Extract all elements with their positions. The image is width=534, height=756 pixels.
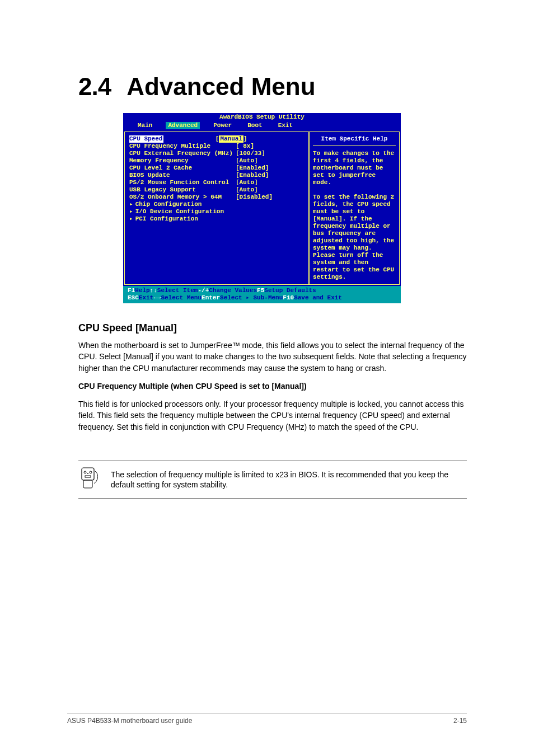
menu-power[interactable]: Power <box>211 122 234 129</box>
bios-footer: F1 Help ↑↓ Select Item -/+ Change Values… <box>123 286 401 303</box>
footer-value: Save and Exit <box>294 294 342 302</box>
setting-label: OS/2 Onboard Memory > 64M <box>129 194 236 201</box>
svg-point-5 <box>87 473 88 474</box>
menu-main[interactable]: Main <box>135 122 154 129</box>
footer-key: Enter <box>202 294 220 302</box>
bios-title: AwardBIOS Setup Utility <box>123 113 401 121</box>
section-cpu-speed: CPU Speed [Manual] When the motherboard … <box>78 322 467 433</box>
help-text: To make changes to the first 4 fields, t… <box>313 150 396 281</box>
setting-value: [Enabled] <box>236 165 269 172</box>
setting-value: [100/33] <box>236 150 265 157</box>
robot-icon <box>78 466 101 494</box>
setting-cpu-freq-multiple[interactable]: CPU Frequency Multiple[ 8x] <box>129 143 304 150</box>
footer-key: F10 <box>283 294 294 302</box>
heading: 2.4 Advanced Menu <box>78 73 467 101</box>
setting-value: [ 8x] <box>236 143 254 150</box>
section-body: When the motherboard is set to JumperFre… <box>78 340 467 433</box>
footer-value: Setup Defaults <box>264 287 316 294</box>
bios-body: CPU Speed [ Manual ] CPU Frequency Multi… <box>123 130 401 286</box>
setting-label: Memory Frequency <box>129 157 236 165</box>
setting-cpu-speed[interactable]: CPU Speed [ Manual ] <box>129 135 304 143</box>
svg-rect-3 <box>85 476 91 477</box>
footer-key: ←→ <box>153 294 161 302</box>
setting-cpu-l2-cache[interactable]: CPU Level 2 Cache[Enabled] <box>129 165 304 172</box>
footer-value: Exit <box>139 294 153 302</box>
setting-value: Manual <box>219 135 243 143</box>
setting-value: [Auto] <box>236 179 258 186</box>
svg-point-1 <box>84 471 86 473</box>
footer-key: F1 <box>128 287 135 294</box>
footer-key: ↑↓ <box>150 287 157 294</box>
setting-value: [Auto] <box>236 186 258 194</box>
footer-value: Help <box>135 287 149 294</box>
setting-usb-legacy[interactable]: USB Legacy Support[Auto] <box>129 186 304 194</box>
footer-key: ESC <box>128 294 139 302</box>
chevron-right-icon: ▸ <box>129 208 133 215</box>
footer-right: 2-15 <box>453 717 467 725</box>
setting-label: CPU Frequency Multiple <box>129 143 236 150</box>
setting-label: CPU Speed <box>129 135 163 143</box>
submenu-chip-config[interactable]: ▸Chip Configuration <box>129 201 304 208</box>
setting-label: CPU External Frequency (MHz) <box>129 150 236 157</box>
setting-label: CPU Level 2 Cache <box>129 165 236 172</box>
section-subtitle: CPU Frequency Multiple (when CPU Speed i… <box>78 381 467 392</box>
heading-number: 2.4 <box>78 73 111 101</box>
setting-value: [Enabled] <box>236 172 269 179</box>
setting-bios-update[interactable]: BIOS Update[Enabled] <box>129 172 304 179</box>
svg-point-2 <box>90 471 92 473</box>
section-paragraph: This field is for unlocked processors on… <box>78 398 467 433</box>
footer-value: Change Values <box>209 287 257 294</box>
bios-settings-panel: CPU Speed [ Manual ] CPU Frequency Multi… <box>124 132 309 285</box>
divider <box>78 498 467 499</box>
footer-key: F5 <box>257 287 264 294</box>
setting-memory-freq[interactable]: Memory Frequency[Auto] <box>129 157 304 165</box>
setting-label: USB Legacy Support <box>129 186 236 194</box>
divider <box>78 461 467 461</box>
svg-rect-4 <box>83 480 92 488</box>
note: The selection of frequency multiple is l… <box>78 466 467 494</box>
chevron-right-icon: ▸ <box>129 201 133 208</box>
setting-label: BIOS Update <box>129 172 236 179</box>
footer-value: Select Menu <box>161 294 202 302</box>
bios-menubar: Main Advanced Power Boot Exit <box>123 121 401 130</box>
setting-cpu-ext-freq[interactable]: CPU External Frequency (MHz)[100/33] <box>129 150 304 157</box>
bios-screenshot: AwardBIOS Setup Utility Main Advanced Po… <box>123 113 401 303</box>
help-title: Item Specific Help <box>313 135 396 145</box>
menu-advanced[interactable]: Advanced <box>166 122 200 129</box>
footer-value: Select Item <box>157 287 198 294</box>
bios-help-panel: Item Specific Help To make changes to th… <box>309 132 400 285</box>
setting-label: PS/2 Mouse Function Control <box>129 179 236 186</box>
menu-boot[interactable]: Boot <box>245 122 264 129</box>
setting-ps2-mouse[interactable]: PS/2 Mouse Function Control[Auto] <box>129 179 304 186</box>
setting-os2-memory[interactable]: OS/2 Onboard Memory > 64M[Disabled] <box>129 194 304 201</box>
submenu-io-config[interactable]: ▸I/O Device Configuration <box>129 208 304 215</box>
heading-title: Advanced Menu <box>127 73 315 101</box>
footer-key: -/+ <box>198 287 209 294</box>
section-title: CPU Speed [Manual] <box>78 322 467 334</box>
setting-value: [Auto] <box>236 157 258 165</box>
chevron-right-icon: ▸ <box>129 215 133 223</box>
submenu-pci-config[interactable]: ▸PCI Configuration <box>129 215 304 223</box>
footer-value: Select ▸ Sub-Menu <box>220 294 283 302</box>
menu-exit[interactable]: Exit <box>276 122 295 129</box>
setting-value: [Disabled] <box>236 194 273 201</box>
note-text: The selection of frequency multiple is l… <box>111 469 467 490</box>
section-paragraph: When the motherboard is set to JumperFre… <box>78 340 467 374</box>
page-footer: ASUS P4B533-M motherboard user guide 2-1… <box>67 713 467 725</box>
footer-left: ASUS P4B533-M motherboard user guide <box>67 717 192 725</box>
